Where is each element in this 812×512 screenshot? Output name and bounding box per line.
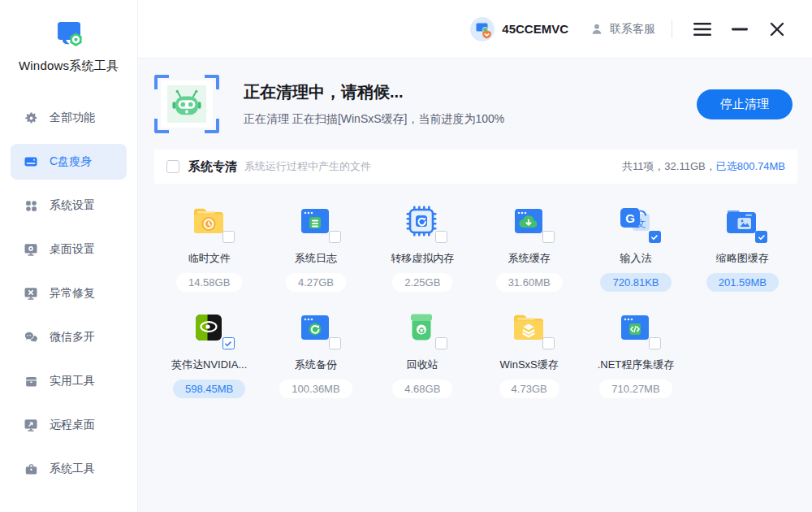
item-checkbox[interactable]	[329, 231, 341, 243]
progress-title: 正在清理中，请稍候...	[244, 81, 697, 103]
stop-cleaning-button[interactable]: 停止清理	[697, 89, 793, 119]
item-label: 回收站	[407, 358, 438, 372]
svg-text:♻: ♻	[418, 326, 425, 335]
sidebar-item-label: 远程桌面	[50, 418, 95, 432]
app-window: Windows系统工具 全部功能C盘瘦身系统设置桌面设置异常修复微信多开实用工具…	[0, 0, 812, 512]
totals-selected: 已选800.74MB	[716, 160, 785, 172]
item-checkbox[interactable]	[222, 231, 235, 243]
sidebar-item-gear[interactable]: 全部功能	[11, 100, 127, 136]
window-list-icon	[296, 202, 336, 241]
item-size-badge: 31.60MB	[496, 273, 563, 292]
sidebar-item-label: C盘瘦身	[50, 154, 92, 169]
cleaning-progress-panel: 正在清理中，请稍候... 正在清理 正在扫描[WinSxS缓存]，当前进度为10…	[154, 72, 797, 150]
monitor-arrow-icon	[23, 417, 39, 433]
cleanup-item[interactable]: 临时文件14.58GB	[156, 197, 262, 295]
cleanup-item[interactable]: WinSxS缓存4.73GB	[476, 303, 582, 401]
minimize-button[interactable]	[726, 15, 754, 43]
robot-icon	[170, 89, 204, 119]
progress-subtitle: 正在清理 正在扫描[WinSxS缓存]，当前进度为100%	[244, 112, 697, 127]
item-checkbox[interactable]	[755, 231, 767, 243]
item-label: 输入法	[620, 251, 651, 266]
cleanup-item[interactable]: 系统缓存31.60MB	[476, 197, 582, 295]
cleanup-item[interactable]: 缩略图缓存201.59MB	[689, 197, 796, 295]
monitor-repair-icon	[23, 285, 39, 302]
sidebar-item-monitor-repair[interactable]: 异常修复	[11, 276, 127, 311]
close-icon	[770, 22, 784, 37]
menu-button[interactable]	[689, 15, 716, 43]
minimize-icon	[732, 28, 748, 31]
cleanup-item[interactable]: 英伟达NVIDIA...598.45MB	[156, 303, 262, 401]
sidebar-nav: 全部功能C盘瘦身系统设置桌面设置异常修复微信多开实用工具远程桌面系统工具	[0, 100, 137, 487]
app-logo-icon	[52, 20, 86, 52]
hamburger-icon	[693, 22, 712, 37]
folder-layers-icon	[509, 308, 550, 347]
topbar-divider	[672, 20, 672, 38]
item-checkbox[interactable]	[649, 337, 661, 349]
item-label: .NET程序集缓存	[598, 358, 675, 372]
item-size-badge: 598.45MB	[173, 380, 245, 398]
sidebar-item-label: 系统工具	[50, 462, 95, 476]
sidebar-item-drive[interactable]: C盘瘦身	[11, 144, 127, 180]
folder-image-icon	[722, 202, 762, 241]
sidebar-item-grid[interactable]: 系统设置	[11, 188, 127, 223]
close-button[interactable]	[763, 15, 791, 43]
sidebar-item-monitor-arrow[interactable]: 远程桌面	[11, 407, 127, 443]
sidebar-item-briefcase[interactable]: 系统工具	[11, 451, 127, 487]
sidebar-item-monitor-gear[interactable]: 桌面设置	[11, 232, 127, 267]
item-size-badge: 14.58GB	[176, 273, 242, 292]
item-size-badge: 720.81KB	[600, 273, 671, 292]
item-size-badge: 710.27MB	[599, 380, 672, 398]
sidebar-item-label: 全部功能	[50, 111, 95, 125]
cleanup-item[interactable]: 系统备份100.36MB	[262, 303, 369, 401]
svg-text:G: G	[625, 211, 635, 225]
item-size-badge: 2.25GB	[392, 273, 452, 292]
sidebar: Windows系统工具 全部功能C盘瘦身系统设置桌面设置异常修复微信多开实用工具…	[0, 0, 138, 512]
section-title: 系统专清	[188, 159, 237, 175]
item-checkbox[interactable]	[222, 337, 235, 349]
nvidia-icon	[189, 308, 230, 347]
section-description: 系统运行过程中产生的文件	[244, 159, 371, 174]
item-size-badge: 201.59MB	[706, 273, 779, 292]
cleanup-item[interactable]: ♻回收站4.68GB	[369, 303, 476, 401]
item-checkbox[interactable]	[329, 337, 341, 349]
item-label: 缩略图缓存	[716, 251, 769, 266]
cleanup-item[interactable]: 文 G 输入法720.81KB	[582, 197, 689, 295]
item-label: 临时文件	[188, 251, 231, 266]
sidebar-item-label: 微信多开	[50, 330, 95, 345]
item-checkbox[interactable]	[435, 231, 447, 243]
briefcase-icon	[23, 461, 39, 477]
drive-icon	[23, 154, 39, 170]
item-label: 系统日志	[295, 251, 337, 266]
item-size-badge: 100.36MB	[279, 380, 352, 398]
sidebar-item-label: 桌面设置	[50, 242, 95, 257]
sidebar-item-toolbox[interactable]: 实用工具	[11, 363, 127, 399]
app-title: Windows系统工具	[0, 59, 137, 74]
item-checkbox[interactable]	[542, 231, 555, 243]
topbar: 45CCEMVC 联系客服	[138, 0, 812, 59]
item-label: 转移虚拟内存	[391, 251, 454, 266]
sidebar-item-label: 实用工具	[50, 374, 95, 388]
cleanup-item[interactable]: .NET程序集缓存710.27MB	[582, 303, 689, 401]
item-size-badge: 4.27GB	[286, 273, 346, 292]
grid-icon	[23, 197, 39, 214]
item-checkbox[interactable]	[649, 231, 661, 243]
user-account[interactable]: 45CCEMVC	[470, 17, 568, 41]
totals-summary: 共11项，32.11GB，	[622, 160, 716, 172]
window-cloud-icon	[509, 202, 550, 241]
item-checkbox[interactable]	[435, 337, 447, 349]
progress-text: 正在清理中，请稍候... 正在清理 正在扫描[WinSxS缓存]，当前进度为10…	[244, 81, 697, 127]
cleanup-items-grid: 临时文件14.58GB 系统日志4.27GB 转移虚拟内存2.25GB 系统缓存…	[154, 184, 797, 401]
user-avatar-icon	[470, 17, 495, 41]
window-sync-icon	[296, 308, 336, 347]
item-checkbox[interactable]	[542, 337, 555, 349]
folder-clock-icon	[189, 202, 230, 241]
section-header: 系统专清 系统运行过程中产生的文件 共11项，32.11GB，已选800.74M…	[154, 150, 797, 184]
item-label: 英伟达NVIDIA...	[171, 358, 247, 372]
contact-support[interactable]: 联系客服	[590, 22, 655, 37]
cleanup-item[interactable]: 系统日志4.27GB	[262, 197, 369, 295]
sidebar-item-chat[interactable]: 微信多开	[11, 319, 127, 355]
section-checkbox[interactable]	[166, 160, 179, 173]
contact-label: 联系客服	[610, 22, 655, 37]
cleanup-item[interactable]: 转移虚拟内存2.25GB	[369, 197, 476, 295]
window-code-icon	[615, 308, 656, 347]
